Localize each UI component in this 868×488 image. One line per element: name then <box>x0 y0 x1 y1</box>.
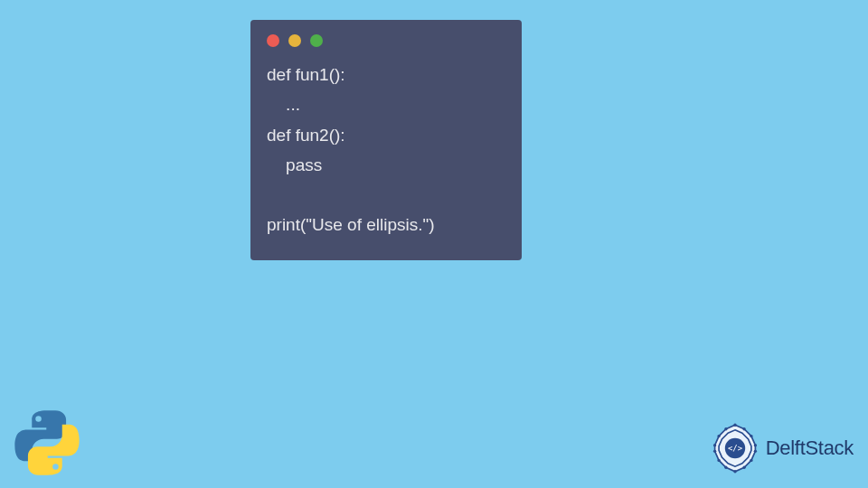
svg-point-11 <box>733 470 736 473</box>
svg-point-6 <box>750 435 752 437</box>
maximize-icon <box>310 34 323 47</box>
delftstack-logo-icon: </> <box>710 423 760 474</box>
code-window: def fun1(): ... def fun2(): pass print("… <box>250 20 522 260</box>
svg-point-4 <box>733 424 736 427</box>
svg-point-5 <box>742 427 745 430</box>
delftstack-badge: </> DelftStack <box>710 423 854 474</box>
svg-point-9 <box>750 459 752 462</box>
svg-point-13 <box>717 459 720 462</box>
minimize-icon <box>288 34 301 47</box>
svg-point-17 <box>724 427 727 430</box>
svg-point-14 <box>713 450 716 453</box>
svg-point-15 <box>713 444 716 446</box>
window-controls <box>267 34 505 47</box>
svg-point-10 <box>742 466 745 469</box>
svg-text:</>: </> <box>728 444 742 453</box>
svg-point-12 <box>724 466 727 469</box>
code-content: def fun1(): ... def fun2(): pass print("… <box>267 60 505 240</box>
svg-point-16 <box>717 435 720 437</box>
python-logo-icon <box>11 407 83 479</box>
close-icon <box>267 34 279 47</box>
delftstack-label: DelftStack <box>766 436 854 460</box>
svg-point-8 <box>753 450 756 453</box>
svg-point-7 <box>753 444 756 446</box>
